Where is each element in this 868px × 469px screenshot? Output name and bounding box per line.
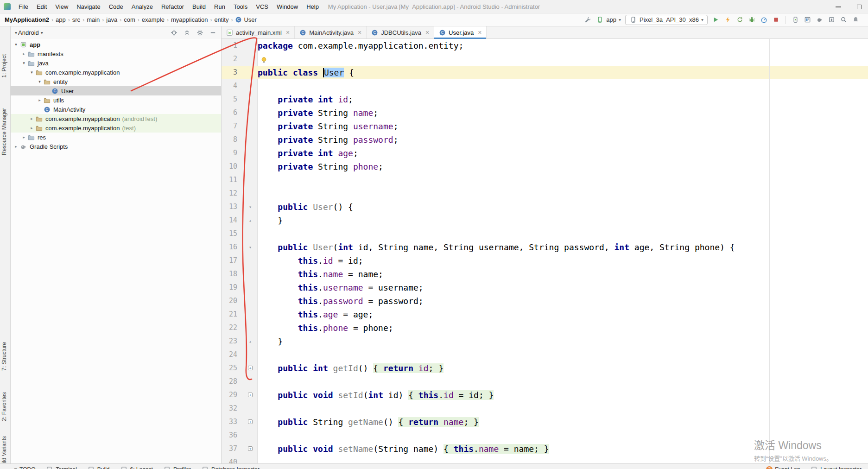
code-line-row[interactable]: 11 [222,173,868,187]
tree-row[interactable]: ▾entity [11,77,221,86]
code-line-row[interactable]: 12 [222,187,868,200]
settings-gear-icon[interactable] [196,29,204,37]
tree-row[interactable]: CUser [11,86,221,95]
code-line[interactable]: private int age; [258,146,868,160]
code-line[interactable]: this.name = name; [258,267,868,281]
code-line-row[interactable]: 16▾ public User(int id, String name, Str… [222,241,868,254]
tree-row[interactable]: ▸manifests [11,49,221,58]
breadcrumb-item[interactable]: entity [214,16,228,23]
project-view-selector[interactable]: Android [18,29,39,36]
fold-marker-icon[interactable]: ▾ [243,200,258,214]
tree-row[interactable]: ▸Gradle Scripts [11,142,221,151]
folded-region-icon[interactable]: + [248,419,253,424]
breadcrumb-item[interactable]: java [106,16,117,23]
code-line[interactable] [258,429,868,442]
folded-region-icon[interactable]: + [248,393,253,397]
status-bar-item[interactable]: Build [87,465,110,469]
device-select[interactable]: Pixel_3a_API_30_x86 ▾ [625,15,708,25]
code-line[interactable]: package com.example.myapplication.entity… [258,39,868,52]
code-line[interactable] [258,227,868,241]
code-line-row[interactable]: 22 this.phone = phone; [222,321,868,335]
fold-marker-icon[interactable]: + [243,388,258,402]
code-line-row[interactable]: 3public class User { [222,66,868,79]
run-configuration-select[interactable]: app ▾ [596,16,621,24]
status-bar-item[interactable]: Terminal [45,465,76,469]
code-line-row[interactable]: 28 [222,375,868,388]
profiler-icon[interactable] [760,16,768,24]
collapse-all-icon[interactable] [183,29,191,37]
breadcrumb-item[interactable]: example [142,16,165,23]
code-line-row[interactable]: 29+ public void setId(int id) { this.id … [222,388,868,402]
code-line-row[interactable]: 7 private String username; [222,120,868,133]
editor-tab[interactable]: CJDBCUtils.java× [367,26,434,38]
expand-arrow-icon[interactable]: ▾ [36,79,44,84]
menu-item[interactable]: View [51,3,72,10]
code-line-row[interactable]: 23▴ } [222,335,868,348]
tool-window-button--structure[interactable]: 7: Structure [1,342,7,371]
breadcrumb-item[interactable]: app [56,16,66,23]
code-line[interactable]: public User(int id, String name, String … [258,241,868,254]
layout-inspector-icon[interactable] [804,16,811,24]
tree-row[interactable]: ▸com.example.myapplication(test) [11,123,221,133]
code-line-row[interactable]: 10 private String phone; [222,160,868,173]
fold-marker-icon[interactable]: + [243,361,258,375]
expand-arrow-icon[interactable]: ▾ [20,61,28,65]
sdk-manager-icon[interactable] [828,16,836,24]
tree-row[interactable]: ▸utils [11,95,221,105]
breadcrumb-item[interactable]: MyApplication2 [5,16,49,23]
menu-item[interactable]: Run [210,3,229,10]
intention-bulb-icon[interactable] [260,54,267,67]
code-line[interactable]: private String phone; [258,160,868,173]
status-bar-item[interactable]: Layout Inspector [810,465,862,469]
code-line-row[interactable]: 33+ public String getName() { return nam… [222,415,868,429]
expand-arrow-icon[interactable]: ▸ [28,126,36,130]
editor-tab[interactable]: CMainActivity.java× [295,26,367,38]
menu-item[interactable]: Analyze [127,3,157,10]
code-line[interactable]: public String getName() { return name; } [258,415,868,429]
code-line-row[interactable]: 36 [222,429,868,442]
apply-changes-icon[interactable] [724,16,732,24]
locate-icon[interactable] [170,29,178,37]
code-line[interactable]: private int id; [258,93,868,106]
code-line[interactable]: } [258,214,868,227]
run-icon[interactable] [712,16,720,24]
code-line[interactable]: public int getId() { return id; } [258,361,868,375]
close-tab-icon[interactable]: × [478,29,482,36]
code-line[interactable] [258,173,868,187]
code-line[interactable] [258,187,868,200]
editor-tab[interactable]: CUser.java× [434,26,487,38]
status-bar-item[interactable]: ≡TODO [14,465,35,469]
tree-row[interactable]: ▸com.example.myapplication(androidTest) [11,114,221,123]
status-bar-item[interactable]: Profiler [163,465,191,469]
tree-row[interactable]: ▾java [11,58,221,68]
code-line-row[interactable]: 17 this.id = id; [222,254,868,267]
refresh-icon[interactable] [736,16,744,24]
code-line-row[interactable]: 18 this.name = name; [222,267,868,281]
search-icon[interactable] [840,16,848,24]
code-line-row[interactable]: 6 private String name; [222,106,868,120]
menu-item[interactable]: Refactor [157,3,188,10]
code-line[interactable]: public class User { [258,66,868,79]
menu-item[interactable]: VCS [252,3,272,10]
code-line-row[interactable]: 15 [222,227,868,241]
fold-marker-icon[interactable]: + [243,415,258,429]
expand-arrow-icon[interactable]: ▾ [12,42,20,47]
tree-row[interactable]: ▸res [11,133,221,142]
menu-item[interactable]: Code [105,3,127,10]
stop-icon[interactable] [772,16,780,24]
close-tab-icon[interactable]: × [358,29,361,36]
wrench-icon[interactable] [584,16,592,24]
menu-item[interactable]: Help [302,3,323,10]
code-line[interactable] [258,52,868,66]
code-line[interactable] [258,79,868,93]
hide-icon[interactable] [209,29,217,37]
minimize-button[interactable] [836,6,841,7]
code-line-row[interactable]: 21 this.age = age; [222,308,868,321]
code-line-row[interactable]: 2 [222,52,868,66]
status-bar-item[interactable]: 2Event Log [766,465,800,469]
folded-region-icon[interactable]: + [248,446,253,451]
expand-arrow-icon[interactable]: ▸ [12,144,20,149]
breadcrumb-item[interactable]: src [72,16,80,23]
code-line[interactable]: public void setId(int id) { this.id = id… [258,388,868,402]
close-tab-icon[interactable]: × [425,29,429,36]
